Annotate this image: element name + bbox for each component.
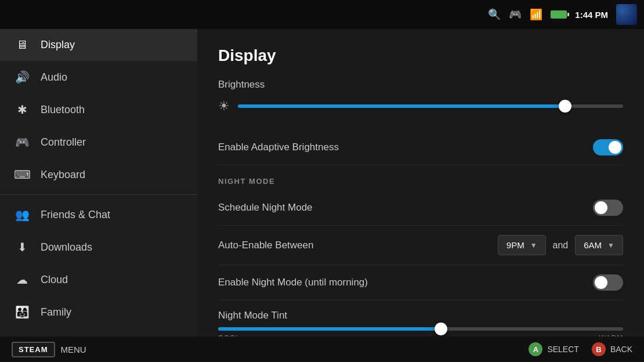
page-title: Display <box>218 46 623 65</box>
sidebar-item-cloud[interactable]: ☁ Cloud <box>0 263 197 296</box>
top-bar: 🔍 🎮 📶 1:44 PM <box>0 0 644 29</box>
bottom-actions: A SELECT B BACK <box>529 342 632 356</box>
brightness-slider-track[interactable] <box>238 104 623 108</box>
sidebar-label-controller: Controller <box>41 136 86 149</box>
a-button: A <box>529 342 542 356</box>
sidebar-label-friends: Friends & Chat <box>41 209 110 221</box>
sidebar-divider <box>0 194 197 195</box>
back-label: BACK <box>610 345 632 354</box>
avatar[interactable] <box>616 4 637 25</box>
auto-enable-label: Auto-Enable Between <box>218 240 313 251</box>
keyboard-icon: ⌨ <box>14 168 30 182</box>
tint-label-row: Night Mode Tint <box>218 310 623 321</box>
select-action[interactable]: A SELECT <box>529 342 578 356</box>
main-layout: 🖥 Display 🔊 Audio ✱ Bluetooth 🎮 Controll… <box>0 29 644 336</box>
downloads-icon: ⬇ <box>14 240 30 254</box>
sidebar-label-bluetooth: Bluetooth <box>41 104 85 116</box>
sidebar: 🖥 Display 🔊 Audio ✱ Bluetooth 🎮 Controll… <box>0 29 197 336</box>
adaptive-brightness-knob <box>609 141 621 154</box>
tint-slider-wrap: COOL WARM <box>218 327 623 336</box>
menu-label: MENU <box>61 345 86 354</box>
sidebar-label-audio: Audio <box>41 71 67 84</box>
b-button: B <box>592 342 606 356</box>
schedule-night-mode-knob <box>595 201 607 214</box>
tint-slider-track[interactable] <box>218 327 623 331</box>
sidebar-label-cloud: Cloud <box>41 274 68 286</box>
sidebar-label-downloads: Downloads <box>41 241 92 254</box>
and-text: and <box>553 240 569 251</box>
enable-night-mode-knob <box>595 276 607 289</box>
night-mode-header: NIGHT MODE <box>218 177 623 186</box>
sidebar-item-family[interactable]: 👨‍👩‍👧 Family <box>0 296 197 328</box>
sidebar-item-bluetooth[interactable]: ✱ Bluetooth <box>0 93 197 126</box>
schedule-night-mode-toggle[interactable] <box>593 200 623 216</box>
bottom-bar: STEAM MENU A SELECT B BACK <box>0 336 644 362</box>
sidebar-item-downloads[interactable]: ⬇ Downloads <box>0 231 197 263</box>
back-action[interactable]: B BACK <box>592 342 632 356</box>
sidebar-item-audio[interactable]: 🔊 Audio <box>0 61 197 93</box>
adaptive-brightness-label: Enable Adaptive Brightness <box>218 142 339 153</box>
sidebar-item-friends[interactable]: 👥 Friends & Chat <box>0 198 197 231</box>
auto-enable-row: Auto-Enable Between 9PM ▼ and 6AM ▼ <box>218 226 623 265</box>
steam-label: STEAM <box>19 345 48 354</box>
brightness-row: ☀ <box>218 99 623 114</box>
start-time-arrow: ▼ <box>530 241 537 249</box>
brightness-slider-thumb[interactable] <box>559 100 571 113</box>
clock: 1:44 PM <box>575 10 608 20</box>
adaptive-brightness-row: Enable Adaptive Brightness <box>218 130 623 165</box>
family-icon: 👨‍👩‍👧 <box>14 305 30 319</box>
end-time-arrow: ▼ <box>607 241 614 249</box>
battery-icon <box>551 10 567 19</box>
end-time-value: 6AM <box>584 240 602 250</box>
enable-night-mode-label: Enable Night Mode (until morning) <box>218 277 368 288</box>
select-label: SELECT <box>547 345 578 354</box>
start-time-value: 9PM <box>506 240 524 250</box>
friends-icon: 👥 <box>14 208 30 222</box>
sidebar-label-family: Family <box>41 306 71 318</box>
tint-slider-fill <box>218 327 441 331</box>
sidebar-item-keyboard[interactable]: ⌨ Keyboard <box>0 158 197 191</box>
tint-row: Night Mode Tint COOL WARM <box>218 301 623 336</box>
search-icon[interactable]: 🔍 <box>488 8 501 21</box>
schedule-night-mode-label: Schedule Night Mode <box>218 202 313 213</box>
end-time-dropdown[interactable]: 6AM ▼ <box>575 235 623 255</box>
wifi-icon: 📶 <box>530 8 542 21</box>
sun-icon: ☀ <box>218 99 230 114</box>
adaptive-brightness-toggle[interactable] <box>593 139 623 155</box>
start-time-dropdown[interactable]: 9PM ▼ <box>498 235 546 255</box>
enable-night-mode-row: Enable Night Mode (until morning) <box>218 265 623 301</box>
brightness-slider-fill <box>238 104 565 108</box>
gamepad-icon: 🎮 <box>509 8 522 21</box>
sidebar-label-display: Display <box>41 39 75 51</box>
tint-slider-thumb[interactable] <box>435 323 447 335</box>
steam-button[interactable]: STEAM <box>12 342 55 357</box>
enable-night-mode-toggle[interactable] <box>593 274 623 291</box>
tint-cool-label: COOL <box>218 334 240 336</box>
content-area: Display Brightness ☀ Enable Adaptive Bri… <box>197 29 644 336</box>
tint-warm-label: WARM <box>599 334 623 336</box>
tint-labels: COOL WARM <box>218 334 623 336</box>
schedule-night-mode-row: Schedule Night Mode <box>218 190 623 226</box>
sidebar-item-remoteplay[interactable]: 📺 Remote Play <box>0 328 197 336</box>
bluetooth-icon: ✱ <box>14 103 30 117</box>
tint-label: Night Mode Tint <box>218 310 287 321</box>
cloud-icon: ☁ <box>14 273 30 287</box>
sidebar-item-display[interactable]: 🖥 Display <box>0 29 197 61</box>
audio-icon: 🔊 <box>14 70 30 84</box>
controller-icon: 🎮 <box>14 135 30 149</box>
sidebar-label-keyboard: Keyboard <box>41 169 85 181</box>
display-icon: 🖥 <box>14 38 30 52</box>
auto-enable-controls: 9PM ▼ and 6AM ▼ <box>498 235 623 255</box>
sidebar-item-controller[interactable]: 🎮 Controller <box>0 126 197 158</box>
brightness-label: Brightness <box>218 79 623 91</box>
steam-menu-group: STEAM MENU <box>12 342 86 357</box>
